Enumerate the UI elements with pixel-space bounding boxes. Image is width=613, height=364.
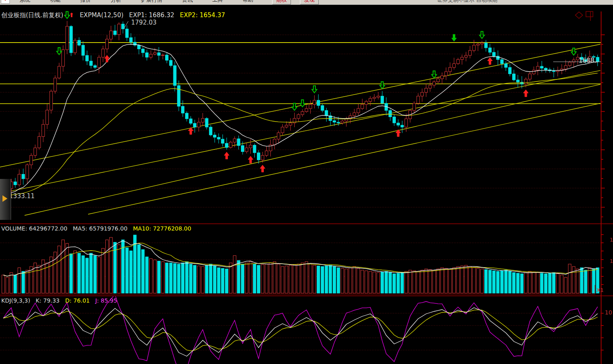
diamond-icon[interactable]	[575, 12, 583, 18]
volume-bar	[421, 270, 424, 293]
candle-body	[536, 66, 539, 70]
volume-bar	[93, 255, 96, 293]
volume-bar	[552, 273, 555, 293]
candle-body	[393, 117, 396, 123]
candle-body	[189, 119, 192, 123]
volume-bar	[193, 265, 196, 293]
exp1-value: EXP1: 1686.32	[129, 11, 174, 19]
volume-bar	[568, 264, 571, 293]
volume-bar	[161, 262, 164, 293]
volume-bar	[433, 270, 436, 293]
volume-bar	[245, 263, 248, 293]
volume-bar	[333, 267, 336, 293]
kdj-panel[interactable]	[0, 295, 601, 364]
chart-canvas[interactable]: 1792.03 ←1333.11 1688. 1 1 10 X1	[0, 0, 613, 364]
volume-bar	[297, 264, 300, 293]
candle-body	[217, 137, 220, 139]
volume-bar	[90, 253, 93, 293]
volume-bar	[285, 266, 288, 293]
candle-body	[145, 53, 148, 57]
buy-signal-arrow	[523, 90, 528, 97]
volume-bar	[66, 244, 68, 293]
volume-bar	[453, 268, 456, 293]
buy-signal-arrow	[224, 152, 229, 159]
kdj-d-value: D: 76.01	[65, 297, 90, 304]
volume-bar	[225, 269, 228, 293]
volume-bar	[520, 274, 523, 293]
candle-body	[46, 110, 49, 124]
volume-panel[interactable]	[0, 235, 601, 293]
candle-body	[389, 111, 392, 117]
candle-body	[305, 109, 308, 111]
volume-bar	[365, 271, 368, 293]
volume-bar	[401, 273, 404, 293]
kdj-legend: KDJ(9,3,3) K: 79.33 D: 76.01 J: 85.95	[1, 297, 117, 304]
candle-body	[30, 155, 33, 165]
menu-button-discover[interactable]: 发现	[300, 0, 319, 5]
main-price-panel[interactable]	[0, 11, 601, 215]
candle-body	[213, 135, 216, 138]
menu-item-quotes[interactable]: 报价	[80, 0, 91, 4]
volume-bar	[477, 268, 479, 293]
menu-item-news[interactable]: 资讯	[182, 0, 193, 4]
buy-signal-arrow	[104, 55, 109, 62]
split-window-icon[interactable]	[586, 11, 593, 21]
volume-bar	[449, 269, 452, 293]
candle-body	[265, 151, 268, 155]
candle-body	[150, 54, 152, 57]
volume-bar	[337, 268, 340, 293]
volume-bar	[173, 263, 176, 293]
candle-body	[93, 66, 96, 68]
exp2-value: EXP2: 1654.37	[180, 11, 225, 19]
volume-bar	[456, 267, 459, 293]
volume-bar	[341, 268, 344, 293]
volume-bar	[385, 271, 388, 293]
volume-bar	[488, 270, 491, 293]
indicator-name: EXPMA(12,50)	[80, 11, 124, 19]
volume-bar	[249, 262, 252, 293]
menu-item-function[interactable]: 功能	[50, 0, 61, 4]
candle-body	[397, 123, 400, 125]
candle-body	[361, 104, 364, 109]
candle-body	[421, 93, 424, 96]
volume-bar	[397, 273, 400, 293]
volume-bar	[14, 275, 17, 293]
menu-item-system[interactable]: 系统	[20, 0, 30, 4]
candle-body	[504, 63, 507, 67]
volume-bar	[544, 274, 547, 293]
volume-bar	[468, 267, 471, 293]
volume-bar	[265, 264, 268, 293]
candle-body	[74, 40, 77, 52]
sell-signal-arrow	[431, 71, 436, 78]
candle-body	[225, 143, 228, 147]
volume-bar	[317, 266, 320, 293]
volume-bar	[472, 268, 475, 293]
candle-body	[417, 96, 420, 104]
candle-body	[497, 56, 499, 59]
menu-item-extended-quotes[interactable]: 扩展行情	[141, 0, 162, 4]
volume-bar	[393, 274, 396, 293]
candle-body	[529, 74, 531, 79]
menu-item-analysis[interactable]: 分析	[111, 0, 121, 4]
candle-body	[257, 153, 260, 160]
volume-bar	[381, 272, 384, 293]
candle-body	[58, 66, 61, 78]
buy-signal-arrow	[248, 156, 253, 163]
volume-bar	[281, 267, 284, 293]
candle-body	[173, 66, 176, 86]
app-logo-icon[interactable]: ✦	[1, 0, 10, 4]
candle-body	[177, 86, 180, 106]
volume-bar	[484, 269, 487, 293]
volume-bar	[6, 278, 9, 293]
sidebar-expander[interactable]	[0, 179, 11, 220]
candle-body	[22, 174, 25, 179]
candle-body	[437, 79, 440, 81]
volume-bar	[413, 271, 415, 293]
menu-button-options[interactable]: 期权	[272, 0, 291, 5]
candle-body	[449, 68, 452, 72]
candle-body	[337, 122, 340, 123]
volume-bar	[205, 265, 208, 293]
menu-item-tools[interactable]: 工具	[212, 0, 223, 4]
candle-body	[90, 61, 93, 66]
menu-item-help[interactable]: 帮助	[243, 0, 253, 4]
